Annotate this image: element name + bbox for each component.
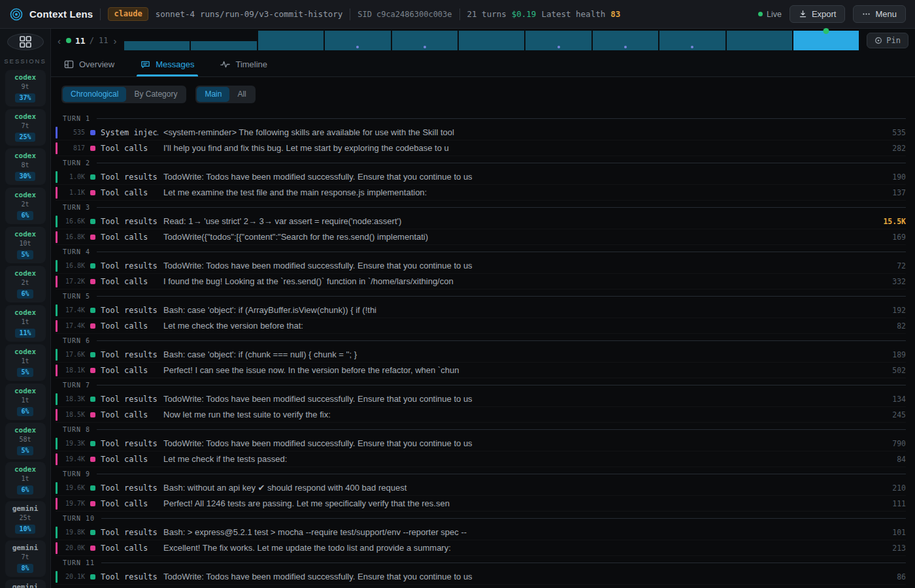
next-turn-button[interactable]: › [112, 35, 118, 46]
category-accent-bar [56, 142, 58, 154]
message-row[interactable]: 18.3KTool resultsTodoWrite: Todos have b… [56, 391, 906, 407]
session-card-1[interactable]: codex9t37% [5, 70, 46, 106]
tab-timeline[interactable]: Timeline [220, 52, 267, 76]
turn-timeline[interactable] [124, 31, 859, 50]
category-label: Tool calls [101, 499, 158, 508]
context-size: 19.6K [63, 484, 85, 491]
message-row[interactable]: 20.0KTool callsExcellent! The fix works.… [56, 540, 906, 556]
session-name: codex [5, 112, 46, 122]
category-label: Tool results [101, 528, 158, 537]
session-card-4[interactable]: codex2t6% [5, 188, 46, 224]
live-status: Live [758, 10, 782, 19]
session-card-2[interactable]: codex7t25% [5, 109, 46, 146]
prev-turn-button[interactable]: ‹ [56, 35, 62, 46]
context-size: 18.3K [63, 395, 85, 402]
message-row[interactable]: 17.6KTool resultsBash: case 'object': if… [56, 347, 906, 363]
session-card-10[interactable]: codex58t5% [5, 423, 46, 459]
message-row[interactable]: 18.1KTool callsPerfect! I can see the is… [56, 363, 906, 378]
tab-messages[interactable]: Messages [141, 52, 194, 76]
turn-header: TURN 1 [56, 112, 906, 125]
category-square-icon [90, 412, 95, 417]
filter-main[interactable]: Main [197, 87, 229, 102]
message-row[interactable]: 1.1KTool callsLet me examine the test fi… [56, 185, 906, 201]
message-row[interactable]: 16.8KTool resultsTodoWrite: Todos have b… [56, 258, 906, 274]
session-card-8[interactable]: codex1t5% [5, 344, 46, 381]
session-card-12[interactable]: gemini25t10% [5, 501, 46, 538]
message-row[interactable]: 20.1KTool resultsTodoWrite: Todos have b… [56, 569, 906, 585]
message-preview: I found the bug! Looking at the `res.sen… [163, 276, 871, 286]
context-size: 17.4K [63, 306, 85, 314]
export-button[interactable]: Export [790, 5, 846, 23]
session-card-7[interactable]: codex1t11% [5, 305, 46, 342]
message-row[interactable]: 17.4KTool callsLet me check the version … [56, 318, 906, 334]
message-preview: TodoWrite: Todos have been modified succ… [163, 438, 871, 448]
timeline-segment-4[interactable] [325, 31, 390, 50]
category-accent-bar [56, 438, 58, 449]
session-card-6[interactable]: codex2t6% [5, 266, 46, 302]
message-row[interactable]: 19.6KTool resultsBash: without an api ke… [56, 480, 906, 496]
token-count: 84 [876, 455, 906, 464]
timeline-segment-9[interactable] [659, 31, 725, 50]
message-row[interactable]: 16.8KTool callsTodoWrite({"todos":[{"con… [56, 229, 906, 245]
tab-overview[interactable]: Overview [64, 52, 114, 76]
timeline-segment-11[interactable] [793, 31, 859, 50]
session-card-13[interactable]: gemini7t8% [5, 540, 46, 577]
timeline-segment-2[interactable] [191, 41, 256, 50]
timeline-segment-7[interactable] [525, 31, 591, 50]
message-row[interactable]: 19.3KTool resultsTodoWrite: Todos have b… [56, 436, 906, 451]
sessions-grid-button[interactable] [7, 33, 44, 50]
category-square-icon [90, 368, 95, 373]
message-preview: Bash: case 'object': if (chunk === null)… [163, 350, 871, 359]
filter-all[interactable]: All [229, 87, 254, 102]
message-row[interactable]: 18.5KTool callsNow let me run the test s… [56, 407, 906, 423]
messages-icon [141, 59, 150, 69]
session-card-3[interactable]: codex8t30% [5, 148, 46, 185]
context-size: 16.6K [63, 218, 85, 225]
message-row[interactable]: 19.4KTool callsLet me check if the tests… [56, 451, 906, 467]
token-count: 134 [876, 395, 906, 404]
session-card-11[interactable]: codex1t6% [5, 462, 46, 498]
context-size: 535 [63, 129, 85, 136]
token-count: 535 [876, 128, 906, 137]
category-square-icon [90, 397, 95, 402]
token-count: 82 [876, 321, 906, 331]
session-card-5[interactable]: codex10t5% [5, 227, 46, 263]
category-accent-bar [56, 187, 58, 199]
message-row[interactable]: 817Tool callsI'll help you find and fix … [56, 140, 906, 156]
message-row[interactable]: 17.2KTool callsI found the bug! Looking … [56, 274, 906, 289]
session-card-14[interactable]: gemini2t1% [5, 580, 46, 588]
category-label: Tool calls [101, 455, 158, 464]
category-square-icon [90, 323, 95, 329]
message-row[interactable]: 16.6KTool resultsRead: 1→ 'use strict' 2… [56, 214, 906, 229]
message-preview: Bash: case 'object': if (ArrayBuffer.isV… [163, 305, 871, 315]
category-accent-bar [56, 393, 58, 405]
token-count: 72 [876, 261, 906, 270]
timeline-segment-3[interactable] [258, 31, 324, 50]
timeline-segment-1[interactable] [124, 41, 190, 50]
message-preview: I'll help you find and fix this bug. Let… [163, 143, 871, 153]
message-row[interactable]: 17.4KTool resultsBash: case 'object': if… [56, 302, 906, 318]
message-row[interactable]: 1.0KTool resultsTodoWrite: Todos have be… [56, 169, 906, 185]
timeline-segment-5[interactable] [392, 31, 458, 50]
filter-by-category[interactable]: By Category [126, 87, 185, 102]
pin-button[interactable]: Pin [867, 33, 908, 48]
brand: Context Lens [9, 7, 93, 22]
message-row[interactable]: 19.8KTool resultsBash: > express@5.2.1 t… [56, 525, 906, 540]
session-name: codex [5, 348, 46, 357]
turn-label: TURN 3 [63, 204, 90, 211]
category-label: Tool results [101, 572, 158, 581]
timeline-segment-8[interactable] [593, 31, 658, 50]
tab-overview-label: Overview [79, 59, 114, 69]
timeline-segment-6[interactable] [459, 31, 524, 50]
timeline-segment-10[interactable] [727, 31, 792, 50]
segment-event-dot-icon [424, 46, 426, 48]
menu-button[interactable]: Menu [853, 5, 906, 23]
message-row[interactable]: 19.7KTool callsPerfect! All 1246 tests a… [56, 496, 906, 512]
category-accent-bar [56, 498, 58, 510]
message-preview: Let me check the version before that: [163, 321, 871, 331]
filter-chronological[interactable]: Chronological [63, 87, 126, 102]
session-card-9[interactable]: codex1t6% [5, 384, 46, 420]
context-size: 1.1K [63, 189, 85, 196]
message-row[interactable]: 535System injec…<system-reminder> The fo… [56, 125, 906, 140]
category-square-icon [90, 174, 95, 180]
